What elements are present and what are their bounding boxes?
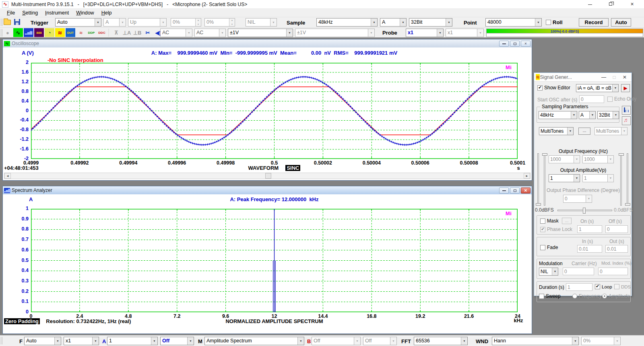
trigger-level-spinner[interactable]: 0%▲▼ <box>171 18 201 27</box>
window-minimize-button[interactable]: — <box>599 74 609 80</box>
app-titlebar[interactable]: ∿ Multi-Instrument Pro 3.9.15.1 - [+3DP+… <box>0 0 644 9</box>
oscilloscope-titlebar[interactable]: ∿ Oscilloscope × <box>3 39 532 47</box>
trigger-source-dropdown[interactable]: A▼ <box>103 18 126 27</box>
slider-handle[interactable] <box>536 203 541 206</box>
probe-a-dropdown[interactable]: x1▼ <box>406 29 444 37</box>
generator-run-button[interactable]: ▶ <box>621 84 630 92</box>
range-a-dropdown[interactable]: ±1V▼ <box>228 29 293 37</box>
derived-data-curves-icon[interactable]: ≈ <box>76 28 86 37</box>
slider-handle[interactable] <box>542 153 547 156</box>
freq-a-dropdown[interactable]: 1000▼ <box>549 155 580 163</box>
gain-b-dropdown[interactable]: Off▼ <box>312 337 361 345</box>
close-button[interactable]: × <box>623 0 641 9</box>
window-maximize-button[interactable]: □ <box>609 74 619 80</box>
ground-b-icon[interactable]: ⊥B <box>132 28 142 37</box>
sg-bits-dropdown[interactable]: 32Bit▼ <box>597 111 619 119</box>
start-osc-input[interactable]: 0 <box>579 95 604 103</box>
show-editor-checkbox[interactable] <box>537 85 543 91</box>
amp-slider-b-inner[interactable] <box>620 153 622 206</box>
sg-rate-dropdown[interactable]: 48kHz▼ <box>539 111 577 119</box>
scrollbar-thumb[interactable] <box>265 173 271 179</box>
window-restore-button[interactable] <box>510 187 520 194</box>
sg-channel-dropdown[interactable]: A▼ <box>579 111 596 119</box>
mask-more-button[interactable]: ... <box>562 218 572 224</box>
slider-handle[interactable] <box>583 208 586 214</box>
slider-handle[interactable] <box>619 153 624 156</box>
record-icon[interactable]: ● <box>3 28 12 37</box>
derived-data-points-icon[interactable]: DDP <box>87 28 96 37</box>
sg-note-button[interactable]: ♬ <box>622 116 631 125</box>
menu-item-help[interactable]: Help <box>98 9 116 17</box>
ground-a-icon[interactable]: ⊥A <box>122 28 132 37</box>
gain-a-dropdown[interactable]: 1▼ <box>107 337 158 345</box>
spectrum-analyzer-icon[interactable]: ▂▅▇ <box>24 28 33 37</box>
coupling-b-dropdown[interactable]: AC▼ <box>194 29 226 37</box>
balance-slider[interactable] <box>557 210 612 211</box>
mask-off-input[interactable]: 0 <box>605 225 628 233</box>
mask-checkbox[interactable] <box>540 218 545 224</box>
coupling-a-dropdown[interactable]: AC▼ <box>160 29 192 37</box>
window-restore-button[interactable] <box>510 41 520 47</box>
restore-button[interactable] <box>601 0 619 9</box>
ref-b-dropdown[interactable]: Off▼ <box>363 337 397 345</box>
spectrum-titlebar[interactable]: ▂▅▇ Spectrum Analyzer ✕ <box>3 186 532 194</box>
routing-dropdown[interactable]: iA = oA, iB = oB▼ <box>576 84 619 92</box>
menu-item-window[interactable]: Window <box>72 9 97 17</box>
auto-button[interactable]: Auto <box>611 18 631 27</box>
loop-checkbox[interactable] <box>595 284 600 289</box>
save-file-icon[interactable] <box>14 19 20 26</box>
trigger-edge-dropdown[interactable]: Up▼ <box>128 18 167 27</box>
mode-dropdown[interactable]: Amplitude Spectrum▼ <box>204 337 304 345</box>
window-minimize-button[interactable] <box>499 187 509 194</box>
window-fn-dropdown[interactable]: Hann▼ <box>492 337 579 345</box>
menu-item-file[interactable]: File <box>3 9 19 17</box>
sg-save-button[interactable] <box>622 106 631 115</box>
freq-axis-dropdown[interactable]: Auto▼ <box>24 337 61 345</box>
overlap-dropdown[interactable]: 0%▼ <box>581 337 621 345</box>
signal-generator-titlebar[interactable]: ≋ Signal Gener... — □ ✕ <box>534 73 632 82</box>
amp-b-dropdown[interactable]: 1▼ <box>582 174 614 182</box>
scroll-left-icon[interactable]: ◄ <box>4 173 11 179</box>
input-attenuator-icon[interactable]: ⊼ <box>111 28 121 37</box>
sweep-amplitude-radio[interactable] <box>602 294 607 299</box>
waveform-a-dropdown[interactable]: MultiTones▼ <box>539 127 574 135</box>
sinc-toggle[interactable]: SINC <box>285 165 300 171</box>
fade-out-input[interactable]: 0.01 <box>605 245 628 253</box>
waveform-b-dropdown[interactable]: MultiTones▼ <box>594 127 627 135</box>
menu-item-instrument[interactable]: Instrument <box>41 9 72 17</box>
scroll-right-icon[interactable]: ► <box>524 173 530 179</box>
oscilloscope-plot[interactable] <box>31 63 518 159</box>
window-minimize-button[interactable] <box>499 41 509 47</box>
mask-on-input[interactable]: 1 <box>577 225 602 233</box>
echo-only-checkbox[interactable] <box>607 97 613 102</box>
mod-index-input[interactable]: 0 <box>598 268 628 275</box>
amp-slider-a-inner[interactable] <box>544 153 545 206</box>
sampling-bits-dropdown[interactable]: 32Bit▼ <box>409 18 452 27</box>
window-close-button[interactable]: × <box>521 41 530 47</box>
waveform-more-button[interactable]: ... <box>578 128 590 135</box>
spinner-arrows-icon[interactable]: ▲▼ <box>229 19 235 26</box>
multimeter-icon[interactable]: 888 <box>34 28 44 37</box>
carrier-input[interactable]: 0 <box>563 268 594 275</box>
window-close-button[interactable]: ✕ <box>619 74 630 80</box>
spinner-arrows-icon[interactable]: ▲▼ <box>195 19 201 26</box>
dds-checkbox[interactable] <box>614 284 619 289</box>
fft-size-dropdown[interactable]: 65536▼ <box>414 337 468 345</box>
probe-calibration-icon[interactable]: ✂ <box>143 28 153 37</box>
zoom-dropdown[interactable]: x1▼ <box>64 337 99 345</box>
trigger-mode-dropdown[interactable]: Auto▼ <box>55 18 101 27</box>
probe-b-dropdown[interactable]: x1▼ <box>446 29 484 37</box>
osc-scrollbar[interactable]: ◄ ► <box>4 173 530 179</box>
oscilloscope-icon[interactable]: ∿ <box>13 28 23 37</box>
sweep-frequency-radio[interactable] <box>572 294 577 299</box>
amp-slider-b-outer[interactable] <box>627 153 628 206</box>
minimize-button[interactable] <box>581 0 599 9</box>
menu-item-setting[interactable]: Setting <box>19 9 41 17</box>
slider-handle[interactable] <box>625 203 630 206</box>
window-close-button[interactable]: ✕ <box>521 187 530 194</box>
sweep-checkbox[interactable] <box>539 294 544 299</box>
amp-slider-a-outer[interactable] <box>537 153 539 206</box>
signal-generator-icon[interactable]: ≋ <box>55 28 65 37</box>
phase-dropdown[interactable]: 0▼ <box>563 195 592 203</box>
fade-in-input[interactable]: 0.01 <box>577 245 602 253</box>
